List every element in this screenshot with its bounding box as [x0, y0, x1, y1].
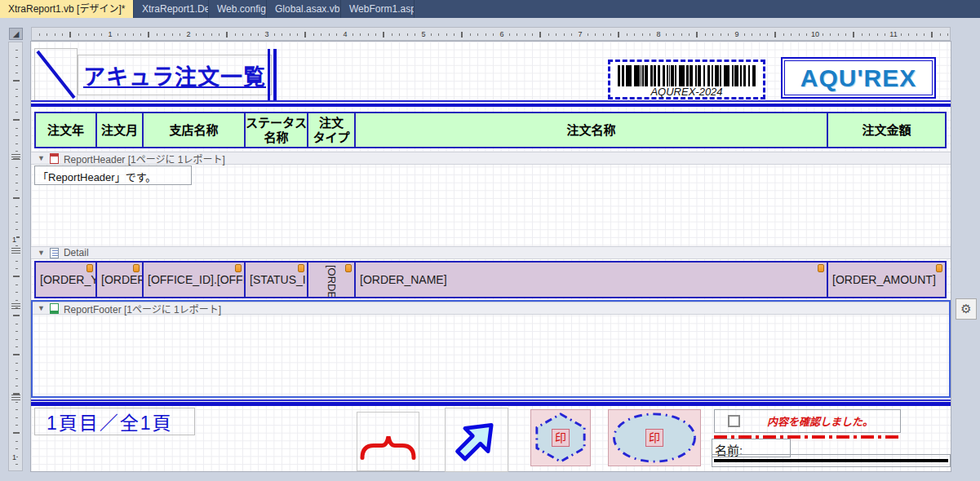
header-cell-order-year[interactable]: 注文年: [34, 112, 97, 148]
diagonal-line-shape[interactable]: [34, 48, 78, 101]
signature-line-shape[interactable]: [712, 454, 951, 467]
ruler-number: 1: [12, 453, 16, 461]
data-binding-icon: [86, 264, 93, 272]
field-cell-order-amount[interactable]: [ORDER_AMOUNT]: [827, 261, 947, 298]
barcode-text: AQUREX-2024: [610, 86, 763, 98]
table-header-row: 注文年 注文月 支店名称 ステータス 名称 注文 タイプ 注文名称 注文金額: [34, 112, 947, 148]
collapse-arrow-icon[interactable]: ▼: [38, 249, 45, 257]
field-cell-order-month[interactable]: [ORDER: [95, 261, 144, 298]
detail-band-strip[interactable]: ▼ Detail: [31, 246, 951, 259]
report-header-label[interactable]: 「ReportHeader」です。: [34, 165, 192, 185]
ruler-number: 9: [733, 30, 740, 39]
field-cell-order-year[interactable]: [ORDER_Y: [34, 261, 97, 298]
field-cell-status[interactable]: [STATUS_I: [244, 261, 308, 298]
arrow-shape[interactable]: [445, 408, 508, 472]
data-binding-icon: [936, 264, 942, 272]
logo-label[interactable]: AQU'REX: [781, 57, 936, 99]
report-title-text: アキュラ注文一覧: [83, 60, 266, 91]
data-binding-icon: [298, 264, 304, 272]
ruler-number: 8: [654, 30, 662, 39]
field-text: [ORDER_AMOUNT]: [832, 273, 936, 286]
tab-webform1[interactable]: WebForm1.aspx: [341, 0, 415, 18]
tab-xtrareport-design[interactable]: XtraReport1.vb [デザイン]* ✕: [0, 0, 134, 18]
ruler-number: 11: [888, 30, 898, 39]
double-horizontal-line-shape[interactable]: [31, 399, 951, 406]
horizontal-ruler: 1 2 3 4 5 6 7 8 9 10 11: [31, 27, 951, 41]
tab-designer-vb[interactable]: XtraReport1.Designer.vb*: [134, 0, 209, 18]
detail-band-icon: [50, 248, 59, 258]
header-cell-status-name[interactable]: ステータス 名称: [244, 112, 308, 148]
report-header-band-strip[interactable]: ▼ ReportHeader [1ページに 1レポート]: [31, 152, 951, 165]
band-resize-handle[interactable]: [11, 154, 20, 161]
field-text: [ORDER_Y: [40, 273, 97, 286]
design-workspace: ◢ 1 2 3 4 5 6 7 8 9 10 11 1 1: [0, 18, 980, 481]
header-cell-office-name[interactable]: 支店名称: [142, 112, 246, 148]
field-cell-order-name[interactable]: [ORDER_NAME]: [354, 261, 828, 298]
tab-label: XtraReport1.vb [デザイン]*: [8, 0, 125, 18]
field-text: [STATUS_I: [250, 273, 306, 286]
field-text: [ORDER: [101, 273, 144, 286]
ellipse-stamp-shape[interactable]: 印: [608, 409, 701, 466]
ruler-number: 4: [341, 30, 348, 39]
band-resize-handle[interactable]: [11, 303, 20, 310]
band-resize-handle[interactable]: [11, 395, 20, 401]
page-count-label[interactable]: 1頁目／全1頁: [34, 408, 195, 435]
band-label: ReportHeader [1ページに 1レポート]: [64, 152, 225, 165]
band-selection-outline: [31, 300, 951, 398]
report-title-label[interactable]: アキュラ注文一覧: [78, 55, 272, 95]
data-binding-icon: [235, 264, 242, 272]
checkbox-icon[interactable]: [728, 415, 740, 427]
header-cell-order-month[interactable]: 注文月: [95, 112, 144, 148]
tab-web-config[interactable]: Web.config: [209, 0, 267, 18]
ruler-number: 5: [419, 30, 427, 39]
barcode-control[interactable]: AQUREX-2024: [608, 60, 765, 99]
confirm-checkbox-control[interactable]: 内容を確認しました。: [714, 409, 901, 433]
logo-text: AQU'REX: [800, 64, 916, 92]
header-cell-order-amount[interactable]: 注文金額: [827, 112, 947, 148]
header-cell-order-name[interactable]: 注文名称: [354, 112, 828, 148]
data-binding-icon: [133, 264, 140, 272]
designer-window: XtraReport1.vb [デザイン]* ✕ XtraReport1.Des…: [0, 0, 980, 481]
ruler-number: 7: [576, 30, 583, 39]
ruler-number: 1: [12, 236, 16, 244]
page-count-text: 1頁目／全1頁: [35, 408, 173, 435]
double-horizontal-line-shape[interactable]: [31, 100, 951, 107]
field-text: [ORDE: [326, 265, 338, 298]
double-vertical-line-shape[interactable]: [268, 49, 277, 101]
hexagon-stamp-shape[interactable]: 印: [530, 409, 591, 466]
stamp-seal-label: 印: [645, 429, 663, 447]
brace-shape[interactable]: [357, 412, 419, 471]
ruler-number: 2: [184, 30, 192, 39]
field-text: [ORDER_NAME]: [360, 273, 447, 286]
ruler-corner[interactable]: ◢: [9, 28, 23, 40]
detail-field-row: [ORDER_Y [ORDER [OFFICE_ID].[OFFI [STATU…: [34, 261, 947, 298]
field-cell-office[interactable]: [OFFICE_ID].[OFFI: [142, 261, 246, 298]
vertical-ruler: 1 1: [8, 42, 23, 471]
header-cell-order-type[interactable]: 注文 タイプ: [307, 112, 356, 148]
tab-global-asax[interactable]: Global.asax.vb: [267, 0, 341, 18]
ruler-mid-ticks: [13, 42, 20, 470]
band-label: Detail: [64, 247, 89, 258]
field-text: [OFFICE_ID].[OFFI: [148, 273, 246, 286]
data-binding-icon: [345, 264, 352, 272]
ruler-number: 3: [263, 30, 270, 39]
ruler-number: 1: [106, 30, 113, 39]
logo-inner-border: AQU'REX: [784, 60, 933, 95]
barcode-bars: [618, 65, 756, 86]
report-design-surface[interactable]: アキュラ注文一覧 AQUREX-2024 AQU'REX 注文年 注文月 支店名…: [31, 42, 951, 471]
ruler-number: 10: [809, 30, 821, 39]
band-resize-handle[interactable]: [11, 248, 20, 254]
report-header-band-icon: [50, 153, 59, 164]
stamp-seal-label: 印: [552, 429, 570, 447]
thick-black-line: [714, 459, 948, 462]
ruler-number: 6: [498, 30, 505, 39]
data-binding-icon: [818, 264, 824, 272]
band-settings-button[interactable]: ⚙: [956, 298, 977, 320]
field-cell-order-type[interactable]: [ORDE: [307, 261, 356, 298]
confirm-text: 内容を確認しました。: [740, 413, 900, 429]
collapse-arrow-icon[interactable]: ▼: [38, 154, 45, 162]
document-tabbar: XtraReport1.vb [デザイン]* ✕ XtraReport1.Des…: [0, 0, 980, 18]
